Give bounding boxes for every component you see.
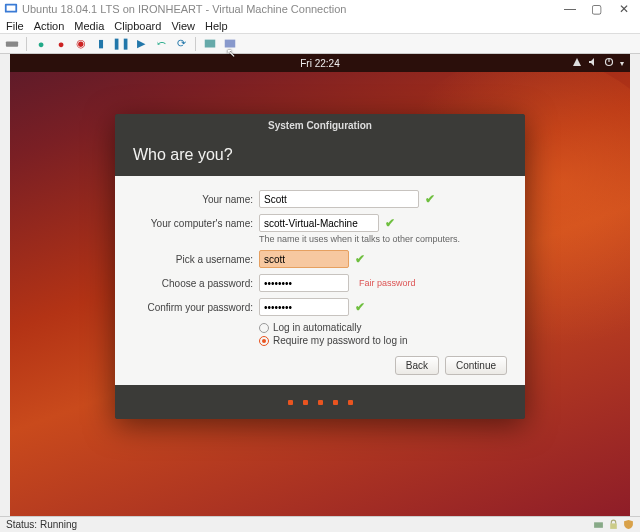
progress-dot <box>333 400 338 405</box>
menu-clipboard[interactable]: Clipboard <box>114 20 161 32</box>
label-auto-login: Log in automatically <box>273 322 361 333</box>
close-button[interactable]: ✕ <box>612 2 636 16</box>
enhanced-session-icon[interactable] <box>202 36 218 52</box>
svg-rect-2 <box>6 41 18 46</box>
installer-body: Your name: ✔ Your computer's name: ✔ The… <box>115 176 525 385</box>
check-icon: ✔ <box>425 192 435 206</box>
label-name: Your name: <box>133 194 253 205</box>
confirm-password-input[interactable] <box>259 298 349 316</box>
radio-require-password[interactable] <box>259 336 269 346</box>
label-computer: Your computer's name: <box>133 218 253 229</box>
menu-file[interactable]: File <box>6 20 24 32</box>
installer-title: System Configuration <box>115 114 525 136</box>
clock[interactable]: Fri 22:24 <box>300 58 339 69</box>
host-status-bar: Status: Running <box>0 516 640 532</box>
check-icon: ✔ <box>355 252 365 266</box>
radio-auto-login[interactable] <box>259 323 269 333</box>
chevron-down-icon[interactable]: ▾ <box>620 59 624 68</box>
label-username: Pick a username: <box>133 254 253 265</box>
check-icon: ✔ <box>385 216 395 230</box>
security-indicator-icon <box>622 519 634 531</box>
login-options: Log in automatically Require my password… <box>259 322 507 346</box>
menu-media[interactable]: Media <box>74 20 104 32</box>
turnoff-icon[interactable]: ● <box>53 36 69 52</box>
shutdown-icon[interactable]: ◉ <box>73 36 89 52</box>
installer-progress-dots <box>115 385 525 419</box>
gnome-top-bar: Fri 22:24 ▾ <box>10 54 630 72</box>
label-require-password: Require my password to log in <box>273 335 408 346</box>
label-password: Choose a password: <box>133 278 253 289</box>
installer-heading: Who are you? <box>115 136 525 176</box>
network-icon[interactable] <box>572 57 582 69</box>
pause-icon[interactable]: ❚❚ <box>113 36 129 52</box>
computer-hint: The name it uses when it talks to other … <box>259 234 507 244</box>
ctrl-alt-del-icon[interactable] <box>4 36 20 52</box>
volume-icon[interactable] <box>588 57 598 69</box>
progress-dot <box>348 400 353 405</box>
power-icon[interactable] <box>604 57 614 69</box>
guest-viewport: Fri 22:24 ▾ System Configuration Who are… <box>10 54 630 516</box>
host-title: Ubuntu 18.04.1 LTS on IRONHEART - Virtua… <box>22 3 346 15</box>
password-rating: Fair password <box>359 278 416 288</box>
computer-name-input[interactable] <box>259 214 379 232</box>
name-input[interactable] <box>259 190 419 208</box>
minimize-button[interactable]: — <box>558 2 582 16</box>
menu-view[interactable]: View <box>171 20 195 32</box>
host-toolbar: ● ● ◉ ▮ ❚❚ ▶ ⤺ ⟳ <box>0 34 640 54</box>
status-label: Status: Running <box>6 519 77 530</box>
maximize-button[interactable]: ▢ <box>585 2 609 16</box>
back-button[interactable]: Back <box>395 356 439 375</box>
host-titlebar: Ubuntu 18.04.1 LTS on IRONHEART - Virtua… <box>0 0 640 18</box>
start-icon[interactable]: ● <box>33 36 49 52</box>
menu-action[interactable]: Action <box>34 20 65 32</box>
progress-dot <box>288 400 293 405</box>
menu-help[interactable]: Help <box>205 20 228 32</box>
reset-icon[interactable]: ▶ <box>133 36 149 52</box>
host-menu-bar: File Action Media Clipboard View Help <box>0 18 640 34</box>
username-input[interactable] <box>259 250 349 268</box>
svg-rect-1 <box>7 6 16 11</box>
nic-indicator-icon <box>592 519 604 531</box>
window-controls[interactable]: — ▢ ✕ <box>558 2 636 16</box>
svg-rect-3 <box>205 39 216 47</box>
progress-dot <box>318 400 323 405</box>
lock-indicator-icon <box>607 519 619 531</box>
svg-rect-7 <box>594 522 603 528</box>
progress-dot <box>303 400 308 405</box>
revert-icon[interactable]: ⟳ <box>173 36 189 52</box>
app-icon <box>4 2 18 16</box>
check-icon: ✔ <box>355 300 365 314</box>
save-icon[interactable]: ▮ <box>93 36 109 52</box>
installer-window: System Configuration Who are you? Your n… <box>115 114 525 419</box>
label-confirm: Confirm your password: <box>133 302 253 313</box>
checkpoint-icon[interactable]: ⤺ <box>153 36 169 52</box>
mouse-cursor-icon: ↖ <box>226 46 236 60</box>
svg-rect-8 <box>610 523 617 529</box>
continue-button[interactable]: Continue <box>445 356 507 375</box>
password-input[interactable] <box>259 274 349 292</box>
